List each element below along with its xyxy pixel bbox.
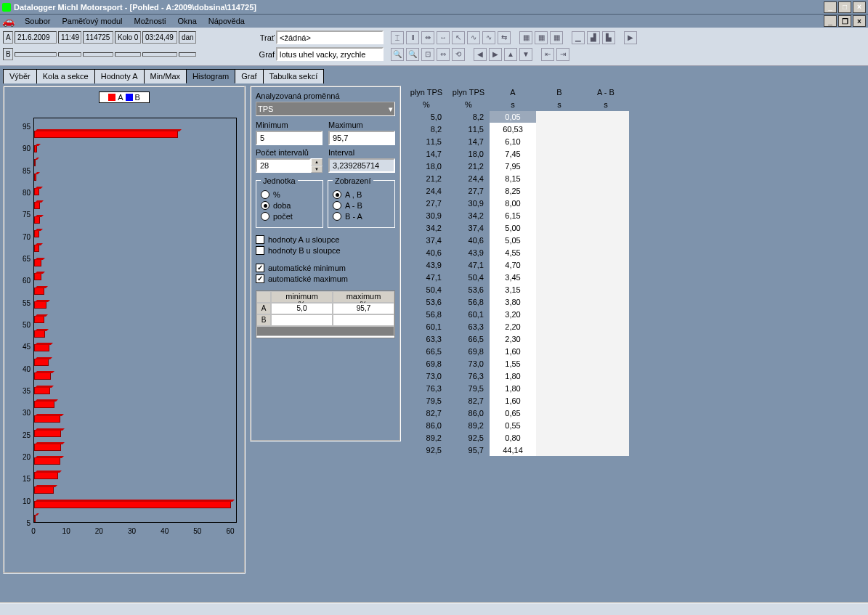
graf-input[interactable] [276, 47, 384, 61]
table-row[interactable]: 92,595,744,14 [405, 444, 629, 456]
step-right-icon[interactable]: ⇥ [556, 48, 569, 61]
table-row[interactable]: 63,366,52,30 [405, 333, 629, 345]
menu-moznosti[interactable]: Možnosti [128, 15, 171, 27]
panel2-icon[interactable]: ▦ [535, 31, 548, 44]
maximize-button[interactable]: □ [838, 1, 851, 13]
minmax-table: minimum% maximum% A 5,0 95,7 B [256, 290, 395, 338]
unit-percent-radio[interactable] [261, 190, 269, 199]
maximum-input[interactable] [328, 131, 395, 145]
x-tick: 0 [31, 527, 36, 535]
auto-min-checkbox[interactable] [256, 264, 264, 272]
menu-napoveda[interactable]: Nápověda [203, 15, 251, 27]
export-icon[interactable]: ▶ [624, 31, 637, 44]
nav-up-icon[interactable]: ▲ [504, 48, 517, 61]
table-row[interactable]: 8,211,560,53 [405, 123, 629, 135]
unit-pocet-radio[interactable] [261, 212, 269, 221]
follow-b-icon[interactable]: ∿ [482, 31, 495, 44]
tab-histogram[interactable]: Histogram [186, 69, 235, 84]
sync-icon[interactable]: ⇆ [498, 31, 511, 44]
table-row[interactable]: 47,150,43,45 [405, 271, 629, 283]
table-row[interactable]: 73,076,31,80 [405, 370, 629, 382]
table-row[interactable]: 14,718,07,45 [405, 147, 629, 160]
spin-down-icon[interactable]: ▼ [311, 166, 323, 173]
chart2-icon[interactable]: ▟ [587, 31, 600, 44]
y-tick: 70 [23, 232, 31, 240]
zoom-out-icon[interactable]: 🔍 [406, 48, 419, 61]
table-row[interactable]: 53,656,83,80 [405, 296, 629, 308]
table-row[interactable]: 56,860,13,20 [405, 308, 629, 320]
minimum-input[interactable] [256, 131, 323, 145]
zoom-reset-icon[interactable]: ⟲ [452, 48, 465, 61]
table-row[interactable]: 69,873,01,55 [405, 357, 629, 370]
step-left-icon[interactable]: ⇤ [541, 48, 554, 61]
view-aminusb-radio[interactable] [333, 201, 341, 210]
nav-right-icon[interactable]: ▶ [489, 48, 502, 61]
values-a-checkbox[interactable] [256, 235, 264, 244]
nav-left-icon[interactable]: ◀ [474, 48, 487, 61]
histogram-bar [34, 230, 39, 237]
interval-count-input[interactable] [256, 158, 311, 173]
cursor-tool-icon[interactable]: ⌶ [391, 31, 404, 44]
table-row[interactable]: 60,163,32,20 [405, 320, 629, 333]
nav-down-icon[interactable]: ▼ [519, 48, 532, 61]
values-b-checkbox[interactable] [256, 246, 264, 255]
table-row[interactable]: 66,569,81,60 [405, 345, 629, 357]
table-row[interactable]: 43,947,14,70 [405, 258, 629, 271]
table-row[interactable]: 18,021,27,95 [405, 160, 629, 172]
menu-okna[interactable]: Okna [172, 15, 203, 27]
title-bar: Datalogger Michl Motorsport - [Pohled - … [0, 0, 868, 15]
panel3-icon[interactable]: ▦ [550, 31, 563, 44]
tab-hodnoty-a[interactable]: Hodnoty A [94, 69, 145, 84]
spin-up-icon[interactable]: ▲ [311, 158, 323, 166]
range-cursor-icon[interactable]: ⇹ [421, 31, 434, 44]
track-input[interactable] [276, 30, 384, 44]
unit-doba-radio[interactable] [261, 201, 269, 210]
analyzed-var-select[interactable]: TPS ▾ [256, 102, 395, 116]
table-row[interactable]: 37,440,65,05 [405, 234, 629, 246]
session-a-button[interactable]: A [3, 31, 13, 44]
view-bminusa-radio[interactable] [333, 212, 341, 221]
table-row[interactable]: 89,292,50,80 [405, 431, 629, 444]
table-row[interactable]: 86,089,20,55 [405, 419, 629, 431]
view-ab-radio[interactable] [333, 190, 341, 199]
table-row[interactable]: 40,643,94,55 [405, 246, 629, 258]
menu-pametovy-modul[interactable]: Paměťový modul [56, 15, 128, 27]
close-button[interactable]: × [853, 1, 866, 13]
table-row[interactable]: 50,453,63,15 [405, 283, 629, 296]
mdi-minimize-button[interactable]: _ [824, 15, 837, 27]
table-row[interactable]: 76,379,51,80 [405, 382, 629, 394]
table-row[interactable]: 11,514,76,10 [405, 135, 629, 147]
mt-row-a: A [256, 303, 271, 314]
session-b-lap [115, 52, 141, 57]
pointer-icon[interactable]: ↖ [452, 31, 465, 44]
zoom-in-icon[interactable]: 🔍 [391, 48, 404, 61]
tab-tabulka-sekci[interactable]: Tabulka sekcí [263, 69, 325, 84]
menu-soubor[interactable]: Soubor [19, 15, 56, 27]
table-row[interactable]: 5,08,20,05 [405, 110, 629, 123]
span-cursor-icon[interactable]: ↔ [437, 31, 450, 44]
table-row[interactable]: 34,237,45,00 [405, 221, 629, 234]
table-row[interactable]: 21,224,48,15 [405, 172, 629, 184]
panel1-icon[interactable]: ▦ [519, 31, 532, 44]
tab-vyber[interactable]: Výběr [3, 69, 37, 84]
chart1-icon[interactable]: ▁ [572, 31, 585, 44]
tab-kola-sekce[interactable]: Kola a sekce [36, 69, 95, 84]
minimize-button[interactable]: _ [824, 1, 837, 13]
table-row[interactable]: 24,427,78,25 [405, 184, 629, 197]
zoom-x-icon[interactable]: ⇔ [437, 48, 450, 61]
chart3-icon[interactable]: ▙ [602, 31, 615, 44]
dual-cursor-icon[interactable]: Ⅱ [406, 31, 419, 44]
follow-a-icon[interactable]: ∿ [467, 31, 480, 44]
table-row[interactable]: 30,934,26,15 [405, 209, 629, 221]
mdi-restore-button[interactable]: ❐ [838, 15, 851, 27]
table-row[interactable]: 79,582,71,60 [405, 394, 629, 407]
y-tick: 15 [23, 475, 31, 483]
session-b-button[interactable]: B [3, 48, 13, 60]
zoom-fit-icon[interactable]: ⊡ [421, 48, 434, 61]
mdi-close-button[interactable]: × [853, 15, 866, 27]
table-row[interactable]: 82,786,00,65 [405, 407, 629, 419]
auto-max-checkbox[interactable] [256, 274, 264, 283]
tab-minmax[interactable]: Min/Max [144, 69, 187, 84]
table-row[interactable]: 27,730,98,00 [405, 197, 629, 209]
tab-graf[interactable]: Graf [235, 69, 263, 84]
